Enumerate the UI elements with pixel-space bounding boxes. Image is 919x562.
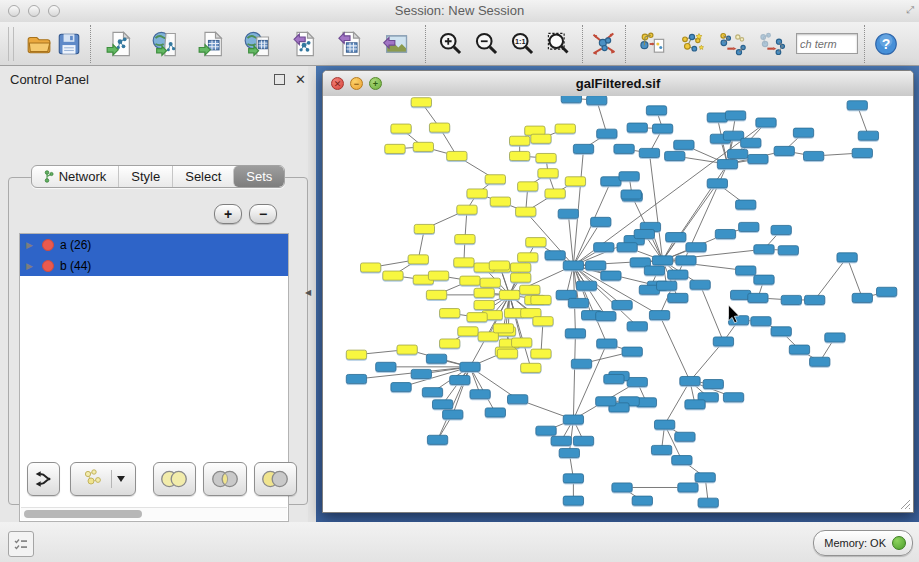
graph-node[interactable]	[508, 395, 528, 404]
graph-node[interactable]	[678, 483, 698, 492]
graph-node[interactable]	[586, 261, 606, 270]
graph-node[interactable]	[739, 222, 759, 231]
graph-node[interactable]	[511, 263, 531, 272]
graph-node[interactable]	[531, 349, 551, 358]
graph-node[interactable]	[837, 253, 857, 262]
graph-node[interactable]	[668, 293, 688, 302]
graph-node[interactable]	[568, 298, 588, 307]
graph-node[interactable]	[601, 271, 621, 280]
graph-node[interactable]	[632, 496, 652, 505]
graph-node[interactable]	[736, 200, 756, 209]
export-network-button[interactable]	[289, 29, 319, 59]
graph-node[interactable]	[411, 369, 431, 378]
graph-node[interactable]	[383, 271, 403, 280]
graph-node[interactable]	[428, 271, 448, 280]
graph-node[interactable]	[536, 153, 556, 162]
graph-node[interactable]	[432, 400, 452, 409]
graph-node[interactable]	[707, 179, 727, 188]
graph-node[interactable]	[748, 154, 768, 163]
graph-node[interactable]	[346, 350, 366, 359]
add-set-button[interactable]: +	[214, 204, 242, 224]
graph-node[interactable]	[454, 258, 474, 267]
graph-node[interactable]	[774, 146, 794, 155]
graph-node[interactable]	[639, 148, 659, 157]
graph-node[interactable]	[563, 474, 583, 483]
graph-node[interactable]	[727, 149, 747, 158]
zoom-out-button[interactable]	[471, 29, 501, 59]
graph-node[interactable]	[520, 285, 540, 294]
graph-node[interactable]	[597, 129, 617, 138]
graph-node[interactable]	[649, 311, 669, 320]
graph-node[interactable]	[612, 300, 632, 309]
graph-node[interactable]	[510, 136, 530, 145]
minimize-network-button[interactable]: −	[350, 77, 363, 90]
graph-node[interactable]	[455, 235, 475, 244]
network-window-titlebar[interactable]: ✕ − + galFiltered.sif	[323, 71, 913, 97]
graph-node[interactable]	[668, 270, 688, 279]
graph-node[interactable]	[654, 420, 674, 429]
task-history-button[interactable]	[8, 531, 34, 557]
graph-node[interactable]	[533, 317, 553, 326]
disclosure-triangle-icon[interactable]: ▶	[26, 261, 36, 271]
graph-node[interactable]	[698, 498, 718, 507]
graph-node[interactable]	[485, 175, 505, 184]
network-merge-button[interactable]	[717, 29, 747, 59]
graph-node[interactable]	[717, 160, 737, 169]
graph-node[interactable]	[361, 263, 381, 272]
graph-node[interactable]	[397, 345, 417, 354]
graph-node[interactable]	[666, 233, 686, 242]
import-table-url-button[interactable]	[243, 29, 273, 59]
remove-set-button[interactable]: −	[249, 204, 277, 224]
export-image-button[interactable]	[381, 29, 411, 59]
help-button[interactable]: ?	[871, 29, 901, 59]
graph-node[interactable]	[674, 140, 694, 149]
graph-node[interactable]	[596, 397, 616, 406]
graph-node[interactable]	[413, 142, 433, 151]
close-panel-icon[interactable]: ✕	[295, 73, 306, 86]
collapse-panel-icon[interactable]: ◀	[305, 288, 311, 297]
horizontal-scrollbar[interactable]	[21, 507, 287, 520]
graph-node[interactable]	[427, 435, 447, 444]
graph-node[interactable]	[470, 390, 490, 399]
zoom-in-button[interactable]	[435, 29, 465, 59]
import-network-file-button[interactable]	[105, 29, 135, 59]
graph-node[interactable]	[622, 347, 642, 356]
graph-node[interactable]	[621, 190, 641, 199]
graph-node[interactable]	[771, 327, 791, 336]
import-table-file-button[interactable]	[197, 29, 227, 59]
graph-node[interactable]	[545, 189, 565, 198]
graph-node[interactable]	[778, 246, 798, 255]
graph-node[interactable]	[474, 300, 494, 309]
graph-node[interactable]	[555, 124, 575, 133]
graph-node[interactable]	[736, 266, 756, 275]
graph-node[interactable]	[754, 245, 774, 254]
fullscreen-icon[interactable]: ⤢	[906, 4, 914, 16]
graph-node[interactable]	[852, 148, 872, 157]
network-graph[interactable]	[323, 96, 913, 512]
graph-node[interactable]	[571, 359, 591, 368]
export-table-button[interactable]	[335, 29, 365, 59]
graph-node[interactable]	[685, 400, 705, 409]
graph-node[interactable]	[457, 205, 477, 214]
graph-node[interactable]	[751, 317, 771, 326]
graph-node[interactable]	[460, 276, 480, 285]
graph-node[interactable]	[440, 309, 460, 318]
create-set-dropdown-button[interactable]	[70, 462, 136, 496]
graph-node[interactable]	[725, 111, 745, 120]
graph-node[interactable]	[644, 266, 664, 275]
graph-node[interactable]	[805, 295, 825, 304]
graph-node[interactable]	[604, 374, 624, 383]
graph-node[interactable]	[723, 393, 743, 402]
graph-node[interactable]	[676, 256, 696, 265]
graph-node[interactable]	[594, 243, 614, 252]
graph-node[interactable]	[847, 101, 867, 110]
graph-node[interactable]	[493, 324, 513, 333]
graph-node[interactable]	[587, 96, 607, 105]
graph-node[interactable]	[450, 375, 470, 384]
graph-node[interactable]	[672, 456, 692, 465]
set-union-button[interactable]	[153, 462, 196, 496]
graph-node[interactable]	[559, 448, 579, 457]
graph-node[interactable]	[563, 415, 583, 424]
graph-node[interactable]	[601, 177, 621, 186]
graph-node[interactable]	[563, 496, 583, 505]
